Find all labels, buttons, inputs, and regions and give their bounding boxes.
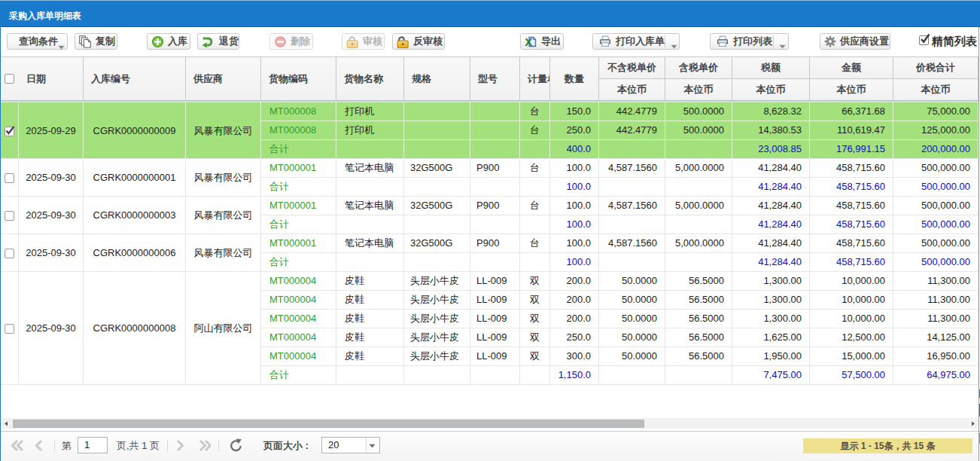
svg-text:X: X [525, 35, 532, 48]
